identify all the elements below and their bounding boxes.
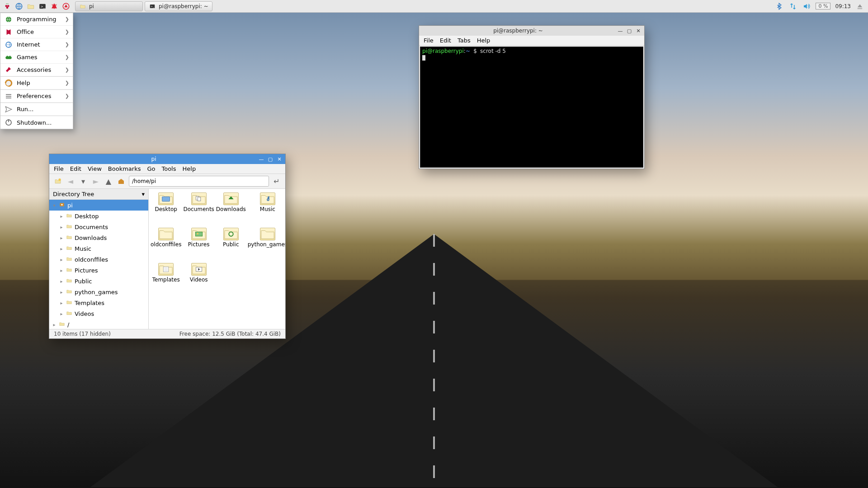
tree-node-python-games[interactable]: ▸python_games bbox=[49, 286, 148, 297]
filemanager-launcher-icon[interactable] bbox=[26, 2, 35, 11]
history-button[interactable]: ▾ bbox=[78, 176, 88, 186]
filemanager-menu-help[interactable]: Help bbox=[183, 165, 196, 172]
tree-node-music[interactable]: ▸Music bbox=[49, 243, 148, 254]
svg-text:>_: >_ bbox=[151, 5, 154, 8]
filemanager-titlebar[interactable]: pi — ▢ ✕ bbox=[49, 154, 285, 164]
task-button-terminal[interactable]: >_ pi@raspberrypi: ~ bbox=[145, 1, 212, 11]
terminal-menu-tabs[interactable]: Tabs bbox=[458, 37, 471, 44]
expand-icon[interactable]: ▸ bbox=[59, 214, 64, 219]
expand-icon[interactable]: ▸ bbox=[59, 235, 64, 240]
expand-icon[interactable]: ▸ bbox=[59, 290, 64, 295]
tree-node-pi[interactable]: ▾pi bbox=[49, 200, 148, 211]
filemanager-menu-file[interactable]: File bbox=[54, 165, 64, 172]
expand-icon[interactable]: ▸ bbox=[52, 322, 57, 327]
tree-node-templates[interactable]: ▸Templates bbox=[49, 297, 148, 308]
folder-music[interactable]: Music bbox=[248, 192, 285, 226]
cpu-usage-badge[interactable]: 0 % bbox=[816, 3, 830, 9]
minimize-button[interactable]: — bbox=[258, 156, 264, 162]
volume-icon[interactable] bbox=[802, 2, 811, 11]
tree-node-oldconffiles[interactable]: ▸oldconffiles bbox=[49, 254, 148, 265]
folder-documents[interactable]: Documents bbox=[183, 192, 214, 226]
tree-node-videos[interactable]: ▸Videos bbox=[49, 308, 148, 319]
folder-templates[interactable]: Templates bbox=[151, 263, 181, 296]
filemanager-menu-go[interactable]: Go bbox=[147, 165, 155, 172]
folder-videos[interactable]: Videos bbox=[183, 263, 214, 296]
wolfram-launcher-icon[interactable] bbox=[61, 2, 71, 11]
up-button[interactable]: ▲ bbox=[104, 176, 113, 186]
expand-icon[interactable]: ▾ bbox=[52, 203, 57, 208]
eject-icon[interactable] bbox=[855, 2, 864, 11]
expand-icon[interactable]: ▸ bbox=[59, 279, 64, 284]
terminal-menu-file[interactable]: File bbox=[424, 37, 434, 44]
expand-icon[interactable]: ▸ bbox=[59, 300, 64, 305]
menu-item-label: Games bbox=[17, 54, 37, 61]
tree-node-public[interactable]: ▸Public bbox=[49, 276, 148, 286]
raspberry-menu-icon[interactable] bbox=[3, 2, 12, 11]
close-button[interactable]: ✕ bbox=[635, 28, 642, 34]
folder-python-games[interactable]: python_games bbox=[248, 228, 285, 261]
maximize-button[interactable]: ▢ bbox=[626, 28, 632, 34]
menu-item-accessories[interactable]: Accessories❯ bbox=[0, 64, 73, 76]
network-icon[interactable] bbox=[788, 2, 797, 11]
tree-node-documents[interactable]: ▸Documents bbox=[49, 221, 148, 232]
menu-item-programming[interactable]: Programming❯ bbox=[0, 13, 73, 26]
folder-downloads[interactable]: Downloads bbox=[216, 192, 246, 226]
menu-item-shutdown-[interactable]: Shutdown... bbox=[0, 116, 73, 129]
terminal-menu-edit[interactable]: Edit bbox=[440, 37, 451, 44]
menu-item-preferences[interactable]: Preferences❯ bbox=[0, 90, 73, 103]
svg-rect-20 bbox=[6, 98, 11, 99]
folder-public[interactable]: Public bbox=[216, 228, 246, 261]
tree-node-downloads[interactable]: ▸Downloads bbox=[49, 232, 148, 243]
expand-icon[interactable]: ▸ bbox=[59, 257, 64, 262]
folder-label: oldconffiles bbox=[151, 241, 181, 248]
menu-item-office[interactable]: Office❯ bbox=[0, 26, 73, 38]
folder-view[interactable]: DesktopDocumentsDownloadsMusicoldconffil… bbox=[149, 189, 285, 329]
terminal-menu-help[interactable]: Help bbox=[477, 37, 491, 44]
menu-item-games[interactable]: Games❯ bbox=[0, 51, 73, 64]
menu-item-internet[interactable]: Internet❯ bbox=[0, 38, 73, 51]
terminal-titlebar[interactable]: pi@raspberrypi: ~ — ▢ ✕ bbox=[419, 26, 644, 36]
new-tab-button[interactable] bbox=[53, 176, 63, 186]
maximize-button[interactable]: ▢ bbox=[267, 156, 274, 162]
folder-oldconffiles[interactable]: oldconffiles bbox=[151, 228, 181, 261]
clock[interactable]: 09:13 bbox=[835, 3, 851, 9]
home-button[interactable] bbox=[116, 176, 126, 186]
menu-item-run-[interactable]: Run... bbox=[0, 103, 73, 116]
back-button[interactable]: ◄ bbox=[66, 176, 75, 186]
bluetooth-icon[interactable] bbox=[775, 2, 784, 11]
folder-pictures[interactable]: Pictures bbox=[183, 228, 214, 261]
forward-button[interactable]: ► bbox=[91, 176, 101, 186]
globe-blue-icon bbox=[4, 40, 13, 49]
go-button[interactable]: ↵ bbox=[272, 176, 282, 186]
mathematica-launcher-icon[interactable] bbox=[50, 2, 59, 11]
folder-desktop[interactable]: Desktop bbox=[151, 192, 181, 226]
browser-launcher-icon[interactable] bbox=[14, 2, 24, 11]
expand-icon[interactable]: ▸ bbox=[59, 311, 64, 316]
minimize-button[interactable]: — bbox=[617, 28, 623, 34]
expand-icon[interactable]: ▸ bbox=[59, 268, 64, 273]
gamepad-icon bbox=[4, 53, 13, 62]
expand-icon[interactable]: ▸ bbox=[59, 246, 64, 251]
tree-node-desktop[interactable]: ▸Desktop bbox=[49, 211, 148, 221]
filemanager-menu-view[interactable]: View bbox=[88, 165, 102, 172]
filemanager-menu-tools[interactable]: Tools bbox=[161, 165, 176, 172]
terminal-launcher-icon[interactable]: >_ bbox=[38, 2, 47, 11]
expand-icon[interactable]: ▸ bbox=[59, 225, 64, 230]
menu-item-label: Programming bbox=[17, 16, 57, 23]
svg-rect-19 bbox=[6, 96, 11, 97]
tree-node--[interactable]: ▸/ bbox=[49, 319, 148, 329]
address-bar[interactable]: /home/pi bbox=[129, 176, 269, 187]
svg-point-15 bbox=[7, 56, 8, 57]
task-button-filemanager[interactable]: pi bbox=[75, 1, 143, 11]
filemanager-menu-edit[interactable]: Edit bbox=[70, 165, 81, 172]
terminal-output[interactable]: pi@raspberrypi:~ $ scrot -d 5 bbox=[420, 47, 643, 168]
filemanager-menu-bookmarks[interactable]: Bookmarks bbox=[108, 165, 141, 172]
tree-node-pictures[interactable]: ▸Pictures bbox=[49, 265, 148, 276]
tree-node-label: Public bbox=[75, 278, 92, 285]
svg-rect-28 bbox=[198, 197, 201, 201]
menu-item-help[interactable]: Help❯ bbox=[0, 77, 73, 89]
folder-icon bbox=[223, 192, 239, 205]
globe-icon bbox=[4, 15, 13, 24]
sidebar-header[interactable]: Directory Tree ▾ bbox=[49, 189, 148, 200]
close-button[interactable]: ✕ bbox=[276, 156, 283, 162]
